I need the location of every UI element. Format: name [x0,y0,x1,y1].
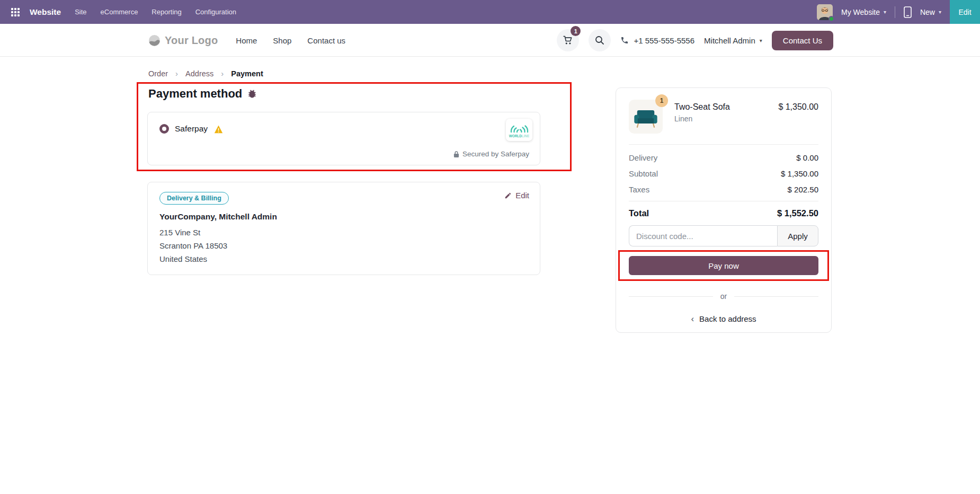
breadcrumb: Order › Address › Payment [148,69,263,78]
provider-name: Saferpay [175,124,208,134]
site-header: Your Logo Home Shop Contact us 1 [0,24,980,57]
chevron-down-icon: ▾ [760,38,762,43]
lock-icon [453,151,459,158]
product-name: Two-Seat Sofa [674,102,730,112]
breadcrumb-order[interactable]: Order [148,69,168,78]
odoo-top-bar: Website Site eCommerce Reporting Configu… [0,0,980,24]
address-name: YourCompany, Mitchell Admin [159,212,528,222]
cart-button[interactable]: 1 [557,29,579,51]
chevron-down-icon: ▾ [939,9,941,15]
site-logo[interactable]: Your Logo [148,34,218,47]
summary-row-total: Total $ 1,552.50 [629,208,818,218]
brand-word1: WORLD [509,134,522,138]
svg-text:WORLDLINE: WORLDLINE [509,134,530,138]
user-account-dropdown[interactable]: Mitchell Admin ▾ [704,36,762,45]
payment-method-card: Saferpay WORLDLINE Secured by Saferpay [147,112,540,165]
mobile-preview-icon[interactable] [904,6,912,18]
apply-discount-button[interactable]: Apply [777,225,818,246]
logo-icon [148,34,161,47]
page-title: Payment method [148,87,257,101]
edit-address-link[interactable]: Edit [504,191,529,200]
search-button[interactable] [589,29,611,51]
nav-contact-us[interactable]: Contact us [307,36,345,45]
address-line: United States [159,252,528,266]
warning-icon [213,125,224,134]
cart-count-badge: 1 [571,26,581,36]
order-summary-card: 1 Two-Seat Sofa Linen $ 1,350.00 Deliver… [616,87,832,333]
divider [629,201,818,201]
logo-text: Your Logo [165,34,218,47]
menu-ecommerce[interactable]: eCommerce [101,8,138,16]
apps-grid-icon[interactable] [8,5,22,19]
chevron-right-icon: › [221,69,224,78]
product-image: 1 [629,100,663,134]
summary-row-delivery: Delivery $ 0.00 [629,153,818,163]
payment-option-saferpay[interactable]: Saferpay [159,124,224,134]
discount-code-input[interactable] [629,225,777,246]
address-line: Scranton PA 18503 [159,239,528,252]
topbar-divider [895,6,895,18]
nav-home[interactable]: Home [236,36,257,45]
nav-shop[interactable]: Shop [273,36,291,45]
menu-site[interactable]: Site [75,8,86,16]
menu-reporting[interactable]: Reporting [152,8,181,16]
website-switcher[interactable]: My Website ▾ [841,8,886,16]
or-separator: or [629,292,818,301]
address-line: 215 Vine St [159,226,528,239]
edit-page-button[interactable]: Edit [950,0,980,24]
new-content-button[interactable]: New ▾ [920,8,941,16]
chevron-left-icon: ‹ [691,314,694,323]
phone-number-link[interactable]: +1 555-555-5556 [620,36,694,45]
phone-icon [620,36,629,45]
site-nav: Home Shop Contact us [236,36,345,45]
radio-selected-icon[interactable] [159,124,169,134]
pay-now-button[interactable]: Pay now [629,256,818,275]
user-avatar[interactable] [817,4,833,20]
search-icon [595,36,604,45]
breadcrumb-payment: Payment [231,69,263,78]
pencil-icon [504,192,512,199]
worldline-logo: WORLDLINE [506,119,532,141]
divider [629,144,818,145]
secured-note: Secured by Saferpay [453,150,529,158]
summary-row-taxes: Taxes $ 202.50 [629,185,818,195]
breadcrumb-address[interactable]: Address [185,69,213,78]
product-price: $ 1,350.00 [778,100,818,112]
debug-bug-icon [247,89,257,99]
menu-configuration[interactable]: Configuration [195,8,236,16]
cart-line-item: 1 Two-Seat Sofa Linen $ 1,350.00 [629,100,818,134]
product-variant: Linen [674,114,730,123]
online-status-dot [828,16,834,22]
quantity-badge: 1 [655,94,668,107]
chevron-right-icon: › [175,69,178,78]
delivery-billing-badge: Delivery & Billing [159,192,229,205]
contact-us-button[interactable]: Contact Us [772,31,833,50]
sofa-image [632,103,660,130]
address-card: Delivery & Billing YourCompany, Mitchell… [147,182,540,275]
summary-row-subtotal: Subtotal $ 1,350.00 [629,169,818,179]
app-name-website[interactable]: Website [30,7,61,17]
chevron-down-icon: ▾ [884,9,886,15]
back-to-address-link[interactable]: ‹ Back to address [691,314,756,323]
cart-icon [563,36,573,45]
brand-word2: LINE [522,134,530,138]
